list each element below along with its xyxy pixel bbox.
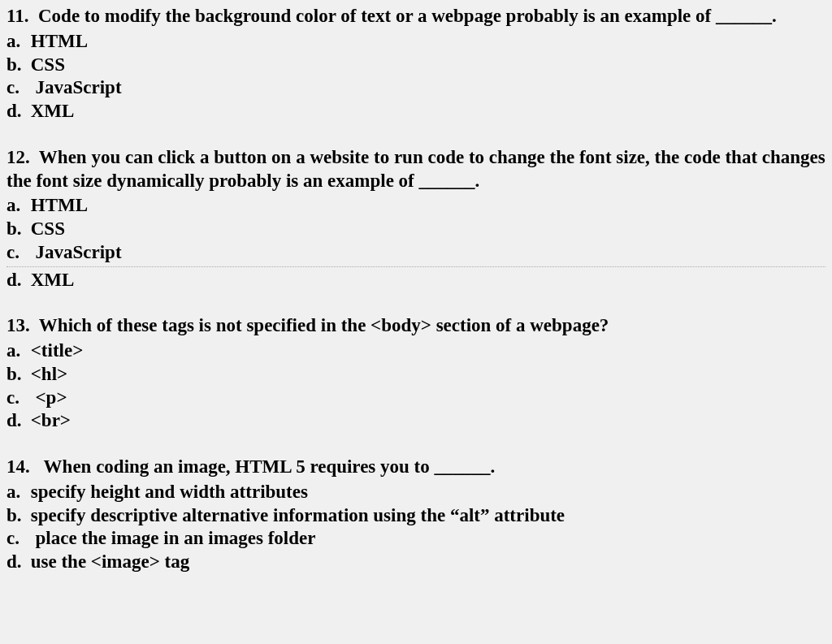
option-text: <p> (36, 387, 67, 408)
option-text: JavaScript (36, 242, 122, 262)
option-label: c. (6, 527, 26, 551)
question-prompt: Code to modify the background color of t… (38, 6, 777, 26)
option-b: b. specify descriptive alternative infor… (6, 504, 826, 528)
option-label: c. (6, 387, 26, 410)
option-label: a. (6, 30, 26, 54)
option-c: c. <p> (6, 387, 826, 410)
option-text: HTML (31, 195, 88, 215)
option-a: a. HTML (6, 194, 826, 218)
option-label: a. (6, 481, 26, 504)
option-label: b. (6, 54, 26, 77)
option-d: d. use the <image> tag (6, 551, 826, 574)
option-text: place the image in an images folder (36, 528, 316, 548)
option-a: a. HTML (6, 30, 826, 54)
option-d: d. XML (6, 269, 826, 292)
option-a: a. <title> (6, 339, 826, 363)
option-label: b. (6, 504, 26, 528)
option-label: d. (6, 551, 26, 574)
option-label: d. (6, 269, 26, 292)
option-text: <hl> (31, 364, 67, 384)
option-text: JavaScript (36, 77, 122, 97)
option-text: HTML (31, 31, 88, 51)
option-label: b. (6, 363, 26, 387)
question-11: 11. Code to modify the background color … (6, 5, 826, 123)
option-text: CSS (31, 218, 65, 239)
option-text: XML (31, 101, 75, 121)
option-b: b. CSS (6, 54, 826, 77)
option-text: specify height and width attributes (31, 482, 308, 502)
option-label: c. (6, 76, 26, 100)
question-number: 13. (6, 315, 30, 335)
option-label: d. (6, 100, 26, 123)
option-c: c. JavaScript (6, 76, 826, 100)
question-13: 13. Which of these tags is not specified… (6, 314, 826, 433)
divider (6, 266, 826, 267)
option-text: XML (31, 270, 75, 290)
question-text: 13. Which of these tags is not specified… (6, 314, 826, 338)
option-c: c. JavaScript (6, 241, 826, 265)
question-number: 12. (6, 147, 30, 167)
question-prompt: Which of these tags is not specified in … (39, 315, 609, 335)
option-label: c. (6, 241, 26, 265)
option-b: b. CSS (6, 218, 826, 241)
question-text: 12. When you can click a button on a web… (6, 146, 826, 193)
option-a: a. specify height and width attributes (6, 481, 826, 504)
question-prompt: When you can click a button on a website… (6, 147, 826, 191)
option-text: <title> (31, 340, 84, 361)
option-text: CSS (31, 54, 65, 75)
option-d: d. XML (6, 100, 826, 123)
option-d: d. <br> (6, 409, 826, 433)
question-14: 14. When coding an image, HTML 5 require… (6, 456, 826, 574)
question-12: 12. When you can click a button on a web… (6, 146, 826, 292)
option-text: specify descriptive alternative informat… (31, 505, 565, 525)
option-label: a. (6, 339, 26, 363)
option-label: a. (6, 194, 26, 218)
option-b: b. <hl> (6, 363, 826, 387)
question-number: 11. (6, 6, 28, 26)
option-c: c. place the image in an images folder (6, 527, 826, 551)
option-text: <br> (31, 410, 71, 430)
option-text: use the <image> tag (31, 551, 190, 572)
question-number: 14. (6, 456, 30, 477)
question-prompt: When coding an image, HTML 5 requires yo… (44, 456, 496, 477)
option-label: b. (6, 218, 26, 241)
question-text: 11. Code to modify the background color … (6, 5, 826, 28)
option-label: d. (6, 409, 26, 433)
question-text: 14. When coding an image, HTML 5 require… (6, 456, 826, 479)
